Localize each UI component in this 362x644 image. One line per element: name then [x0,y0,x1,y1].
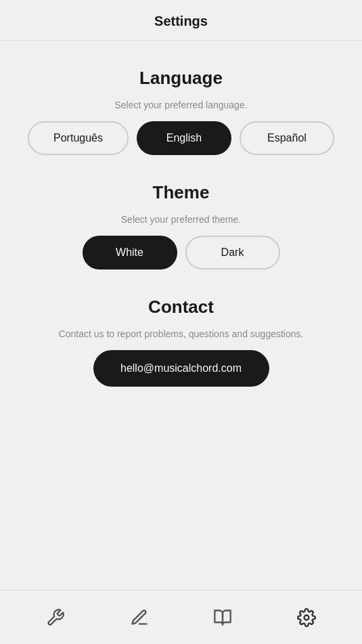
theme-title: Theme [153,182,210,203]
header: Settings [0,0,362,41]
theme-button-white[interactable]: White [83,236,177,270]
language-button-en[interactable]: English [137,121,231,155]
contact-email-button[interactable]: hello@musicalchord.com [93,350,269,387]
language-options: Português English Español [28,121,334,155]
theme-section: Theme Select your preferred theme. White… [27,182,335,270]
contact-section: Contact Contact us to report problems, q… [27,297,335,387]
nav-item-settings[interactable] [286,597,327,638]
language-title: Language [139,68,223,89]
tools-icon [46,608,65,627]
book-icon [213,608,232,627]
theme-button-dark[interactable]: Dark [185,236,280,270]
language-button-pt[interactable]: Português [28,121,129,155]
contact-subtitle: Contact us to report problems, questions… [59,328,304,339]
nav-item-tools[interactable] [35,597,76,638]
edit-icon [130,608,149,627]
contact-title: Contact [148,297,214,318]
theme-options: White Dark [83,236,280,270]
language-section: Language Select your preferred language.… [27,68,335,155]
main-content: Language Select your preferred language.… [0,41,362,590]
nav-item-book[interactable] [202,597,243,638]
theme-subtitle: Select your preferred theme. [121,214,241,225]
svg-point-0 [304,615,309,620]
settings-icon [297,608,316,627]
language-subtitle: Select your preferred language. [114,100,247,110]
language-button-es[interactable]: Español [240,121,334,155]
page-title: Settings [154,14,208,28]
nav-item-edit[interactable] [119,597,160,638]
bottom-nav [0,590,362,644]
